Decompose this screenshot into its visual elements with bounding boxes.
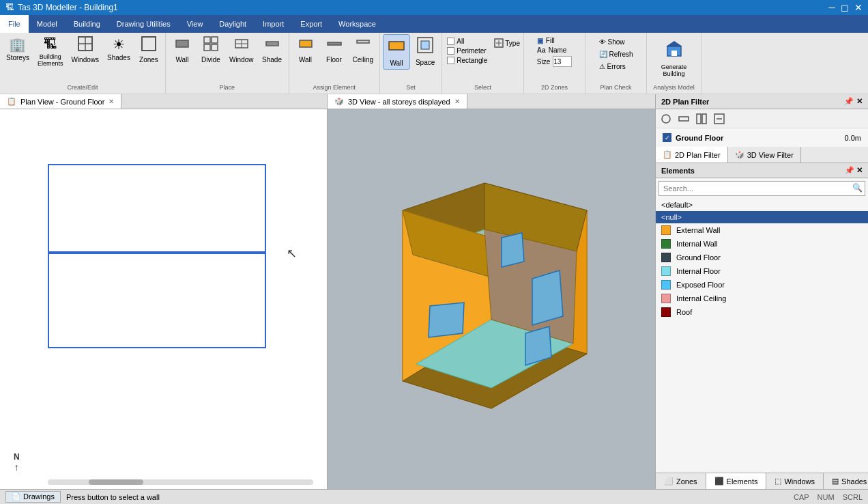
select-perimeter[interactable]: Perimeter xyxy=(446,46,489,55)
floor-list: ✓ Ground Floor 0.0m xyxy=(656,128,868,147)
space-set-icon xyxy=(416,36,434,57)
panel-controls[interactable]: 📌 ✕ xyxy=(844,97,863,106)
name-row[interactable]: Aa Name xyxy=(537,46,572,54)
threed-view-close[interactable]: ✕ xyxy=(454,98,460,105)
minimize-button[interactable]: ─ xyxy=(828,2,835,13)
ground-floor-checkbox[interactable]: ✓ xyxy=(663,133,671,142)
menu-building[interactable]: Building xyxy=(66,15,108,33)
set-label: Set xyxy=(403,83,418,92)
shades-tab-icon: ▤ xyxy=(832,477,839,486)
restore-button[interactable]: ◻ xyxy=(841,2,849,13)
rectangle-checkbox[interactable] xyxy=(447,57,454,64)
search-box[interactable]: 🔍 xyxy=(659,181,865,196)
status-left: 📄 Drawings Press button to select a wall xyxy=(5,491,160,503)
filter-tool-2[interactable] xyxy=(676,111,691,126)
menu-workspace[interactable]: Workspace xyxy=(330,15,384,33)
zones-button[interactable]: Zones xyxy=(135,34,162,66)
svg-marker-38 xyxy=(502,233,524,267)
select-label: Select xyxy=(472,83,494,92)
plan-check-label: Plan Check xyxy=(598,83,635,92)
threed-view-panel: 🎲 3D View - all storeys displayed ✕ xyxy=(328,94,655,489)
drawings-tab[interactable]: 📄 Drawings xyxy=(5,491,61,503)
generate-building-button[interactable]: GenerateBuilding xyxy=(654,38,695,79)
elements-panel-pin-icon[interactable]: 📌 xyxy=(845,166,854,174)
menu-file[interactable]: File xyxy=(0,15,29,33)
refresh-button[interactable]: 🔄 Refresh xyxy=(596,49,636,59)
tab-windows[interactable]: ⬚ Windows xyxy=(766,473,824,489)
plan-scrollbar-h[interactable] xyxy=(48,479,313,485)
filter-tool-4[interactable] xyxy=(712,111,727,126)
show-icon: 👁 xyxy=(599,38,606,46)
tab-shades[interactable]: ▤ Shades xyxy=(824,473,868,489)
element-internal-floor[interactable]: Internal Floor xyxy=(656,264,868,278)
errors-button[interactable]: ⚠ Errors xyxy=(596,61,636,72)
panel-pin-icon[interactable]: 📌 xyxy=(844,97,854,106)
search-input[interactable] xyxy=(659,181,865,196)
plan-scrollbar-thumb-h[interactable] xyxy=(89,479,143,485)
plan-canvas[interactable]: N ↑ ↖ xyxy=(0,109,327,489)
threed-canvas[interactable] xyxy=(328,109,655,489)
menu-export[interactable]: Export xyxy=(292,15,330,33)
divide-button[interactable]: Divide xyxy=(197,34,225,66)
shade-place-icon xyxy=(265,36,280,55)
element-roof[interactable]: Roof xyxy=(656,305,868,319)
elements-panel: Elements 📌 ✕ 🔍 <default> <null> xyxy=(656,163,868,489)
all-checkbox[interactable] xyxy=(447,38,454,45)
filter-tool-3[interactable] xyxy=(694,111,709,126)
storeys-button[interactable]: 🏢 Storeys xyxy=(3,34,33,64)
select-all[interactable]: All xyxy=(446,37,489,46)
menu-view[interactable]: View xyxy=(179,15,212,33)
panel-close-icon[interactable]: ✕ xyxy=(856,97,863,106)
fill-row[interactable]: ▣ Fill xyxy=(537,37,572,44)
element-internal-ceiling[interactable]: Internal Ceiling xyxy=(656,292,868,305)
building-elements-button[interactable]: 🏗 BuildingElements xyxy=(34,34,67,69)
tab-zones[interactable]: ⬜ Zones xyxy=(656,473,706,489)
ribbon-group-analysis-model: GenerateBuilding Analysis Model xyxy=(647,33,701,94)
plan-view-tab[interactable]: 📋 Plan View - Ground Floor ✕ xyxy=(0,94,121,109)
filter-tool-1[interactable] xyxy=(659,111,674,126)
elements-panel-controls[interactable]: 📌 ✕ xyxy=(845,166,863,175)
ribbon: 🏢 Storeys 🏗 BuildingElements Windows ☀ S… xyxy=(0,33,868,94)
building-3d-svg xyxy=(348,169,635,429)
tab-elements[interactable]: ⬛ Elements xyxy=(706,473,767,489)
show-button[interactable]: 👁 Show xyxy=(596,37,636,47)
element-internal-wall[interactable]: Internal Wall xyxy=(656,237,868,251)
tab-3d-view-filter[interactable]: 🎲 3D View Filter xyxy=(728,147,801,163)
element-default[interactable]: <default> xyxy=(656,199,868,211)
wall-place-button[interactable]: Wall xyxy=(169,34,196,66)
element-ground-floor[interactable]: Ground Floor xyxy=(656,251,868,264)
refresh-icon: 🔄 xyxy=(599,51,607,58)
perimeter-checkbox[interactable] xyxy=(447,47,454,55)
space-set-button[interactable]: Space xyxy=(411,34,439,68)
wall-assign-button[interactable]: Wall xyxy=(292,34,319,66)
shades-button[interactable]: ☀ Shades xyxy=(104,34,134,64)
title-controls[interactable]: ─ ◻ ✕ xyxy=(828,2,863,13)
windows-icon xyxy=(78,36,93,55)
size-input[interactable] xyxy=(553,56,572,67)
window-place-button[interactable]: Window xyxy=(226,34,257,66)
menu-drawing-utilities[interactable]: Drawing Utilities xyxy=(108,15,179,33)
element-exposed-floor[interactable]: Exposed Floor xyxy=(656,278,868,292)
close-button[interactable]: ✕ xyxy=(854,2,863,13)
windows-button[interactable]: Windows xyxy=(68,34,102,66)
ground-floor-item[interactable]: ✓ Ground Floor 0.0m xyxy=(659,131,865,144)
shade-place-button[interactable]: Shade xyxy=(259,34,286,66)
select-rectangle[interactable]: Rectangle xyxy=(446,56,489,65)
svg-marker-39 xyxy=(429,303,464,337)
menu-import[interactable]: Import xyxy=(255,15,292,33)
floor-assign-button[interactable]: Floor xyxy=(321,34,348,66)
exposed-floor-swatch xyxy=(661,280,671,290)
title-bar: 🏗 Tas 3D Modeller - Building1 ─ ◻ ✕ xyxy=(0,0,868,15)
menu-daylight[interactable]: Daylight xyxy=(211,15,255,33)
ceiling-assign-button[interactable]: Ceiling xyxy=(349,34,377,66)
plan-view-close[interactable]: ✕ xyxy=(108,98,114,105)
wall-set-button[interactable]: Wall xyxy=(383,34,410,70)
element-null[interactable]: <null> xyxy=(656,211,868,223)
divide-icon xyxy=(203,36,218,55)
menu-model[interactable]: Model xyxy=(29,15,66,33)
threed-view-tab[interactable]: 🎲 3D View - all storeys displayed ✕ xyxy=(328,94,467,109)
elements-panel-close-icon[interactable]: ✕ xyxy=(856,166,863,174)
element-external-wall[interactable]: External Wall xyxy=(656,223,868,237)
tab-2d-plan-filter[interactable]: 📋 2D Plan Filter xyxy=(656,147,728,163)
external-wall-swatch xyxy=(661,225,671,235)
